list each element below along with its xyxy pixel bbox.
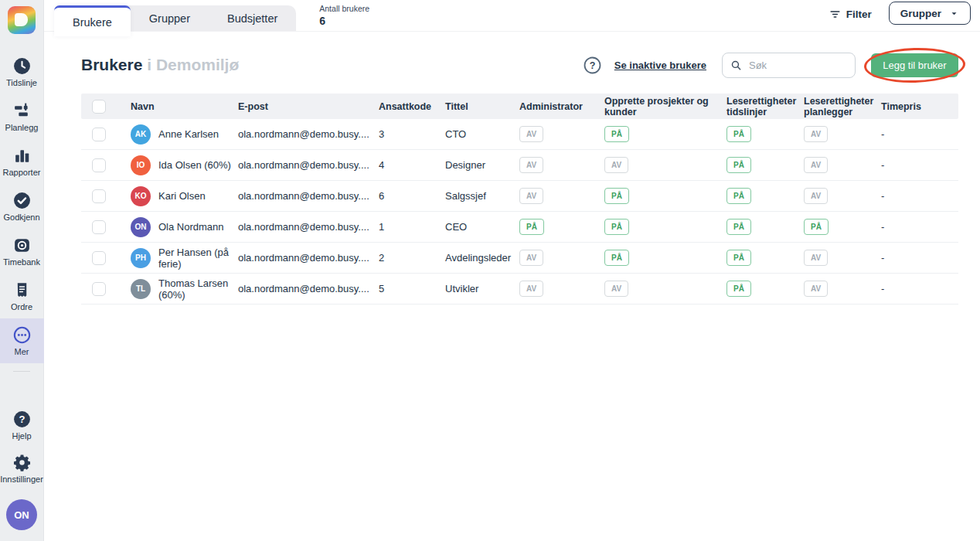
read-planner-badge[interactable]: AV [804,126,828,142]
sidebar-item-tidslinje[interactable]: Tidslinje [0,49,44,94]
groups-dropdown[interactable]: Grupper [889,2,971,25]
table-row[interactable]: IOIda Olsen (60%)ola.nordmann@demo.busy.… [81,150,958,181]
sidebar-footer: ?HjelpInnstillingerON [0,403,43,541]
user-name: Anne Karlsen [158,128,219,140]
row-checkbox[interactable] [92,189,106,203]
row-checkbox[interactable] [92,220,106,234]
user-avatar[interactable]: ON [6,499,37,530]
user-email: ola.nordmann@demo.busy.... [238,190,379,202]
administrator-badge[interactable]: AV [519,157,543,173]
column-header-e-post: E-post [238,101,379,112]
table-row[interactable]: TLThomas Larsen (60%)ola.nordmann@demo.b… [81,274,958,305]
sidebar-item-rapporter[interactable]: Rapporter [0,139,44,184]
administrator-badge[interactable]: AV [519,281,543,297]
table-row[interactable]: KOKari Olsenola.nordmann@demo.busy....6S… [81,181,958,212]
hourly-rate: - [881,190,958,202]
user-name: Per Hansen (på ferie) [158,247,238,270]
sidebar-item-label: Godkjenn [3,213,39,222]
read-timelines-badge[interactable]: PÅ [726,157,751,173]
table-row[interactable]: ONOla Nordmannola.nordmann@demo.busy....… [81,212,958,243]
page-title: Brukere i Demomiljø [81,56,239,74]
read-planner-badge[interactable]: PÅ [804,219,829,235]
create-projects-badge[interactable]: PÅ [604,126,629,142]
avatar: PH [131,248,151,268]
user-name-cell: IOIda Olsen (60%) [131,155,238,175]
sidebar-item-mer[interactable]: Mer [0,318,44,363]
sidebar-item-label: Innstillinger [0,475,43,484]
user-email: ola.nordmann@demo.busy.... [238,283,379,294]
sidebar-item-planlegg[interactable]: Planlegg [0,94,44,139]
user-email: ola.nordmann@demo.busy.... [238,159,379,171]
sidebar-item-innstillinger[interactable]: Innstillinger [0,447,44,490]
select-all-checkbox[interactable] [92,100,106,114]
administrator-badge[interactable]: AV [519,250,543,266]
more-dots-icon [12,325,32,345]
user-title: Utvikler [445,283,519,294]
avatar: ON [131,217,151,237]
row-checkbox[interactable] [92,128,106,141]
create-projects-badge[interactable]: AV [604,281,628,297]
row-checkbox[interactable] [92,251,106,265]
filter-label: Filter [846,9,872,20]
gantt-icon [12,101,32,121]
user-count: Antall brukere 6 [319,4,369,27]
read-timelines-badge[interactable]: PÅ [726,250,751,266]
read-planner-badge[interactable]: AV [804,157,828,173]
svg-text:?: ? [589,60,595,71]
create-projects-badge[interactable]: PÅ [604,188,629,204]
sidebar-item-label: Rapporter [3,168,41,177]
help-icon[interactable]: ? [583,56,602,75]
administrator-badge[interactable]: AV [519,126,543,142]
column-header-administrator: Administrator [519,101,604,112]
hourly-rate: - [881,159,958,171]
search-box [722,53,856,78]
user-title: Avdelingsleder [445,252,519,264]
row-checkbox[interactable] [92,158,106,172]
create-projects-badge[interactable]: PÅ [604,219,629,235]
user-title: CTO [445,128,519,140]
tab-brukere[interactable]: Brukere [54,5,131,36]
receipt-icon [12,281,32,300]
employee-code: 6 [379,190,445,202]
read-timelines-badge[interactable]: PÅ [726,126,751,142]
column-header-tittel: Tittel [445,101,519,112]
add-user-button[interactable]: Legg til bruker [871,53,958,77]
column-header-leserettigheter-planlegger: Leserettigheter planlegger [804,96,881,117]
tab-grupper[interactable]: Grupper [131,5,209,32]
sidebar-divider [13,371,30,372]
read-timelines-badge[interactable]: PÅ [726,219,751,235]
users-table: NavnE-postAnsattkodeTittelAdministratorO… [81,94,958,305]
clock-icon [12,56,32,76]
hourly-rate: - [881,128,958,140]
table-row[interactable]: AKAnne Karlsenola.nordmann@demo.busy....… [81,119,958,150]
column-header-timepris: Timepris [881,101,958,112]
administrator-badge[interactable]: AV [519,188,543,204]
filter-button[interactable]: Filter [829,8,872,21]
inactive-users-link[interactable]: Se inaktive brukere [614,60,706,71]
user-name-cell: AKAnne Karlsen [131,124,238,145]
read-planner-badge[interactable]: AV [804,250,828,266]
sidebar-item-label: Timebank [3,257,40,267]
read-planner-badge[interactable]: AV [804,281,828,297]
user-email: ola.nordmann@demo.busy.... [238,221,379,233]
administrator-badge[interactable]: PÅ [519,219,544,235]
user-name: Thomas Larsen (60%) [158,277,238,301]
user-name-cell: TLThomas Larsen (60%) [131,277,238,301]
sidebar-item-godkjenn[interactable]: Godkjenn [0,184,44,229]
tab-budsjetter[interactable]: Budsjetter [209,5,296,32]
sidebar-item-hjelp[interactable]: ?Hjelp [0,403,44,447]
main-area: BrukereGrupperBudsjetter Antall brukere … [44,0,980,541]
sidebar-item-label: Tidslinje [6,78,37,87]
create-projects-badge[interactable]: AV [604,157,628,173]
sidebar-item-ordre[interactable]: Ordre [0,274,44,318]
read-timelines-badge[interactable]: PÅ [726,281,751,297]
read-timelines-badge[interactable]: PÅ [726,188,751,204]
app-logo-icon[interactable] [8,6,36,34]
create-projects-badge[interactable]: PÅ [604,250,629,266]
sidebar-item-timebank[interactable]: Timebank [0,229,44,274]
read-planner-badge[interactable]: AV [804,188,828,204]
table-row[interactable]: PHPer Hansen (på ferie)ola.nordmann@demo… [81,243,958,274]
row-checkbox[interactable] [92,282,106,296]
sidebar-nav: TidslinjePlanleggRapporterGodkjennTimeba… [0,49,43,363]
add-user-button-wrap: Legg til bruker [871,53,958,77]
